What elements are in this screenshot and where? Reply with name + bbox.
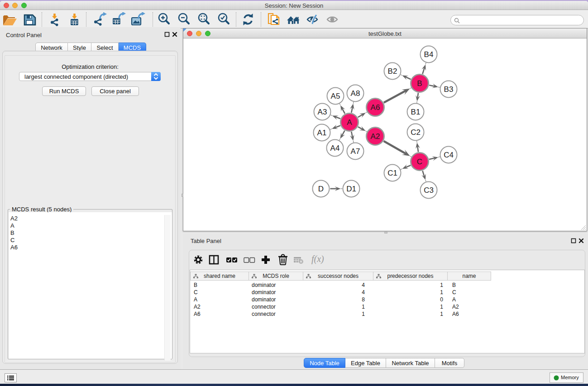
svg-text:A: A (347, 118, 352, 127)
svg-text:A8: A8 (351, 89, 360, 98)
svg-text:A6: A6 (371, 103, 380, 112)
svg-text:A3: A3 (318, 108, 327, 116)
svg-text:A4: A4 (330, 144, 340, 152)
svg-text:B4: B4 (424, 50, 434, 59)
svg-text:B: B (417, 79, 422, 88)
svg-text:A7: A7 (351, 147, 360, 156)
svg-text:A1: A1 (317, 129, 327, 137)
svg-text:C3: C3 (424, 186, 434, 195)
svg-text:B2: B2 (388, 67, 397, 76)
svg-text:D1: D1 (346, 185, 356, 193)
svg-text:C1: C1 (387, 169, 397, 177)
svg-text:B3: B3 (444, 85, 454, 94)
svg-text:D: D (318, 185, 324, 193)
svg-text:C4: C4 (444, 151, 454, 159)
svg-text:B1: B1 (411, 108, 421, 116)
svg-text:A2: A2 (371, 132, 380, 141)
svg-text:A5: A5 (331, 92, 340, 100)
svg-text:C: C (417, 157, 422, 166)
svg-text:C2: C2 (411, 128, 421, 137)
